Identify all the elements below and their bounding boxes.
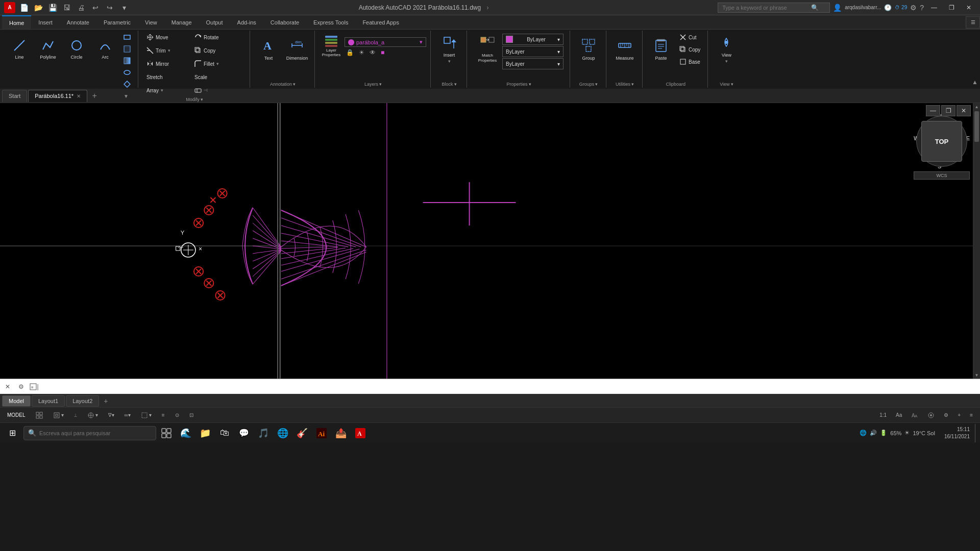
ribbon-collapse-btn[interactable]: ▲	[972, 31, 978, 88]
stretch-button[interactable]: Stretch	[143, 71, 189, 83]
tab-insert[interactable]: Insert	[31, 15, 60, 29]
system-clock[interactable]: 15:11 16/11/2021	[941, 426, 973, 440]
properties-group-label[interactable]: Properties ▾	[506, 81, 531, 87]
explorer-icon[interactable]: 📁	[196, 424, 214, 442]
lineweight-dropdown[interactable]: ByLayer ▾	[502, 58, 564, 69]
maximize-btn[interactable]: ❐	[944, 2, 959, 13]
measure-button[interactable]: Measure	[611, 32, 638, 67]
cmd-file-btn[interactable]: ≡|	[29, 381, 40, 392]
cmd-settings-btn[interactable]: ⚙	[15, 381, 27, 392]
annotation-visibility-btn[interactable]: A A	[908, 411, 921, 420]
layer-freeze-btn[interactable]: ☀	[357, 48, 366, 57]
tab-parametric[interactable]: Parametric	[96, 15, 138, 29]
tab-express-tools[interactable]: Express Tools	[306, 15, 355, 29]
polyline-button[interactable]: Polyline	[35, 32, 61, 67]
save-btn[interactable]: 💾	[47, 2, 58, 13]
search-input[interactable]	[722, 5, 809, 11]
mirror-button[interactable]: Mirror	[143, 58, 189, 69]
more-draw-btn[interactable]: ▼	[120, 90, 134, 102]
cut-button[interactable]: Cut	[676, 32, 703, 43]
snap-toggle[interactable]: ▾	[50, 411, 67, 420]
copy-clipboard-button[interactable]: Copy	[676, 44, 703, 55]
chrome-icon[interactable]: 🌐	[274, 424, 292, 442]
scroll-track[interactable]	[973, 110, 980, 371]
ucs-toggle[interactable]: ▾	[138, 411, 155, 420]
viewport-maximize-btn[interactable]: ❐	[941, 105, 955, 116]
task-view-btn[interactable]	[157, 424, 176, 442]
wipeout-btn[interactable]	[120, 79, 134, 90]
more-status-btn[interactable]: ≡	[967, 411, 976, 419]
teams-icon[interactable]: 💬	[235, 424, 253, 442]
paste-button[interactable]: Paste	[648, 32, 674, 67]
annotation-scale-btn[interactable]: Aa	[893, 411, 905, 419]
new-file-btn[interactable]: 📄	[18, 2, 30, 13]
gradient-btn[interactable]	[120, 55, 134, 66]
autocad-taskbar-icon[interactable]: A	[351, 424, 370, 442]
fillet-button[interactable]: Fillet ▾	[191, 58, 237, 69]
viewport-minimize-btn[interactable]: —	[926, 105, 940, 116]
open-file-btn[interactable]: 📂	[33, 2, 44, 13]
copy-button[interactable]: Copy	[191, 45, 237, 56]
osnap-toggle[interactable]: ∇▾	[105, 411, 117, 419]
dimension-button[interactable]: dim Dimension	[284, 32, 310, 67]
tab-view[interactable]: View	[138, 15, 164, 29]
color-dropdown[interactable]: ByLayer ▾	[502, 34, 564, 45]
move-button[interactable]: Move	[143, 32, 189, 43]
match-properties-button[interactable]: Match Properties	[474, 34, 501, 69]
block-group-label[interactable]: Block ▾	[442, 81, 456, 87]
annotation-group-label[interactable]: Annotation ▾	[270, 81, 296, 87]
app-icon[interactable]: A	[4, 2, 15, 13]
view-group-label[interactable]: View ▾	[720, 81, 733, 87]
layout1-tab[interactable]: Layout1	[32, 395, 65, 407]
trim-button[interactable]: Trim ▾	[143, 45, 189, 56]
tab-manage[interactable]: Manage	[164, 15, 199, 29]
viewport-scale[interactable]: 1:1	[876, 411, 890, 419]
layers-group-label[interactable]: Layers ▾	[364, 81, 382, 87]
rotate-button[interactable]: Rotate	[191, 32, 237, 43]
cmd-clear-btn[interactable]: ✕	[2, 381, 13, 392]
undo-btn[interactable]: ↩	[90, 2, 101, 13]
redo-btn[interactable]: ↪	[104, 2, 115, 13]
insert-button[interactable]: Insert ▾	[436, 32, 462, 67]
rectangle-btn[interactable]	[120, 32, 134, 43]
battery-icon[interactable]: 🔋	[880, 430, 887, 436]
hatch-btn[interactable]	[120, 43, 134, 55]
close-btn[interactable]: ✕	[962, 2, 976, 13]
system-tray[interactable]: 🌐 🔊 🔋 65% ☀ 19°C Sol	[855, 430, 939, 436]
erase-button[interactable]: ⊣	[191, 85, 237, 96]
close-tab-btn[interactable]: ✕	[77, 93, 81, 99]
command-input[interactable]	[42, 384, 978, 390]
group-button[interactable]: Group	[575, 32, 602, 67]
user-label[interactable]: arqdasilvabarr...	[845, 5, 881, 10]
region-btn[interactable]	[120, 67, 134, 78]
clock-icon[interactable]: 🕐	[884, 4, 892, 11]
utilities-group-label[interactable]: Utilities ▾	[616, 81, 634, 87]
isolate-objects-btn[interactable]	[924, 411, 938, 420]
clipboard-group-label[interactable]: Clipboard	[666, 81, 685, 87]
circle-button[interactable]: Circle	[63, 32, 90, 67]
selection-toggle[interactable]: ⊡	[186, 411, 197, 419]
store-icon[interactable]: 🛍	[215, 424, 234, 442]
drawing-canvas[interactable]: × Y	[0, 103, 980, 379]
save-as-btn[interactable]: 🖫	[61, 2, 72, 13]
layer-color-btn[interactable]: ■	[379, 48, 386, 57]
graphics-config-btn[interactable]: ⚙	[941, 411, 951, 419]
more-btn[interactable]: ▾	[118, 2, 130, 13]
viewport-close-btn[interactable]: ✕	[957, 105, 971, 116]
layout2-tab[interactable]: Layout2	[66, 395, 99, 407]
search-icon[interactable]: 🔍	[811, 4, 819, 11]
network-icon[interactable]: 🌐	[860, 430, 867, 436]
tab-add-ins[interactable]: Add-ins	[230, 15, 263, 29]
grid-toggle[interactable]	[33, 411, 46, 420]
vertical-scrollbar[interactable]: ▲ ▼	[973, 103, 980, 379]
scroll-thumb[interactable]	[974, 111, 979, 142]
lineweight-toggle[interactable]: ≡	[159, 411, 168, 419]
view-button[interactable]: View ▾	[713, 32, 740, 67]
spotify-icon[interactable]: 🎸	[293, 424, 311, 442]
scale-button[interactable]: Scale	[191, 71, 237, 83]
model-tab[interactable]: Model	[2, 395, 31, 407]
windows-search[interactable]: 🔍	[23, 426, 156, 440]
array-button[interactable]: Array ▾	[143, 85, 189, 96]
user-icon[interactable]: 👤	[833, 4, 842, 12]
help-icon[interactable]: ?	[920, 4, 924, 12]
